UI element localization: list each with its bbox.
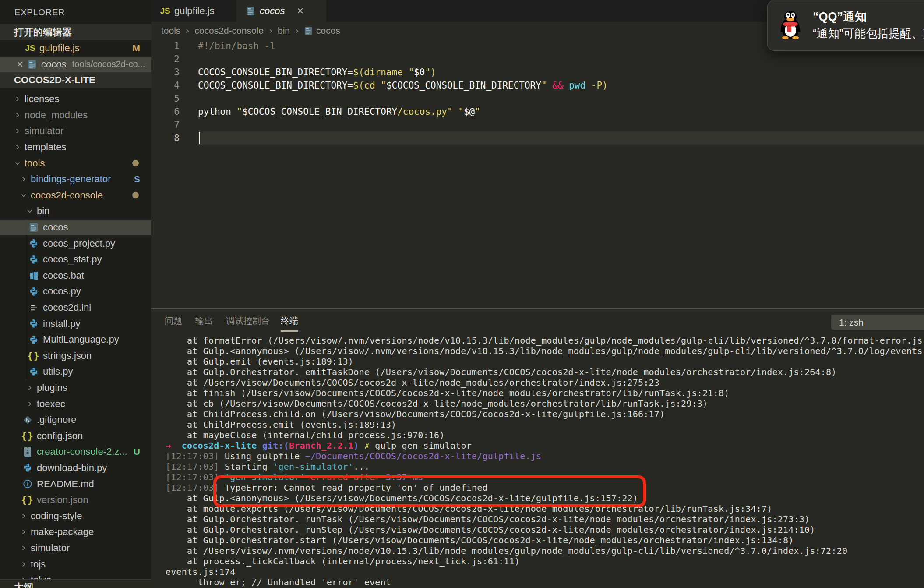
outline-section-header[interactable]: 大纲 [0,579,151,588]
tree-item-utils.py[interactable]: utils.py [0,364,151,380]
tree-item-config.json[interactable]: {}config.json [0,428,151,444]
chevron-right-icon [26,384,33,391]
breadcrumb-item[interactable]: cocos [316,25,340,36]
tree-item-tools[interactable]: tools [0,155,151,171]
tree-item-cocos2d-console[interactable]: cocos2d-console [0,188,151,204]
close-icon[interactable] [16,59,27,70]
tree-item-label: config.json [37,430,83,442]
tree-item-plugins[interactable]: plugins [0,380,151,396]
modified-dot-badge [132,160,139,166]
tab-gulpfile.js[interactable]: JSgulpfile.js [151,0,236,22]
tree-item-label: cocos [43,222,68,233]
chevron-right-icon [14,144,21,151]
line-number: 6 [151,105,180,118]
terminal-line: at Gulp.Orchestrator._emitTaskDone (/Use… [166,367,924,377]
panel-tab-终端[interactable]: 终端 [281,309,298,331]
tab-cocos[interactable]: cocos [236,0,326,22]
open-editor-item-gulpfile.js[interactable]: JSgulpfile.jsM [0,40,151,57]
terminal-line: at formatError (/Users/visow/.nvm/versio… [166,335,924,346]
file-icon [245,5,256,17]
tree-item-simulator[interactable]: simulator [0,123,151,139]
tree-item-cocos.py[interactable]: cocos.py [0,283,151,300]
tree-item-bindings-generator[interactable]: bindings-generatorS [0,171,151,188]
tree-item-cocos.bat[interactable]: cocos.bat [0,268,151,284]
tab-label: cocos [260,5,285,17]
tree-item-label: install.py [43,318,81,329]
terminal-line: at ChildProcess.child.on (/Users/visow/D… [166,409,924,419]
code-editor[interactable]: #!/bin/bash -lCOCOS_CONSOLE_BIN_DIRECTOR… [198,39,924,145]
line-number: 4 [151,79,180,92]
tree-item-coding-style[interactable]: coding-style [0,508,151,524]
notification-body: “通知”可能包括提醒、声音和图标标记。 [813,26,924,41]
tree-item-label: bindings-generator [31,174,111,185]
terminal-line: events.js:174 [166,567,924,577]
git-status-badge: M [133,43,141,53]
terminal-output[interactable]: at formatError (/Users/visow/.nvm/versio… [166,335,924,588]
project-section-header[interactable]: COCOS2D-X-LITE [0,72,151,88]
tree-item-simulator[interactable]: simulator [0,540,151,556]
line-number: 5 [151,92,180,105]
open-editor-label: gulpfile.js [39,43,80,54]
tree-item-cocos_project.py[interactable]: cocos_project.py [0,235,151,251]
open-editor-description: tools/cocos2d-co... [72,59,145,69]
tree-item-label: .gitignore [37,414,77,425]
file-icon [27,59,37,70]
chevron-right-icon [14,112,21,119]
tree-item-README.md[interactable]: README.md [0,476,151,492]
tree-item-label: plugins [37,382,67,393]
terminal-line: [12:17:03] Starting 'gen-simulator'... [166,461,924,472]
tree-item-install.py[interactable]: install.py [0,315,151,332]
open-editors-header[interactable]: 打开的编辑器 [0,24,151,40]
close-icon[interactable] [296,7,305,15]
breadcrumb[interactable]: toolscocos2d-consolebincocos [161,22,340,39]
windows-icon [29,270,39,281]
panel-tab-输出[interactable]: 输出 [195,309,213,331]
code-line [198,53,924,66]
tree-item-label: templates [25,142,66,153]
qq-notification[interactable]: “QQ”通知 “通知”可能包括提醒、声音和图标标记。 [767,0,924,51]
code-line: python "$COCOS_CONSOLE_BIN_DIRECTORY/coc… [198,105,924,118]
python-icon [29,254,39,265]
terminal-line: [12:17:03] Using gulpfile ~/Documents/CO… [166,451,924,461]
tree-item-download-bin.py[interactable]: download-bin.py [0,460,151,476]
panel-tab-问题[interactable]: 问题 [165,309,182,331]
breadcrumb-item[interactable]: tools [161,25,180,36]
info-icon [23,478,32,490]
tree-item-.gitignore[interactable]: .gitignore [0,412,151,428]
terminal-shell-select[interactable]: 1: zsh [831,315,924,330]
tree-item-MultiLanguage.py[interactable]: MultiLanguage.py [0,332,151,348]
line-number-gutter: 12345678 [151,39,180,145]
tree-item-creator-console-2.z...[interactable]: creator-console-2.z...U [0,444,151,460]
tree-item-label: simulator [25,125,63,137]
open-editor-item-cocos[interactable]: cocostools/cocos2d-co... [0,57,151,73]
tree-item-label: make-package [31,526,94,538]
tree-item-cocos_stat.py[interactable]: cocos_stat.py [0,251,151,268]
panel-tab-调试控制台[interactable]: 调试控制台 [226,309,270,331]
chevron-down-icon [4,77,11,84]
tab-label: gulpfile.js [174,5,215,17]
file-icon [304,26,313,35]
tree-item-tolua[interactable]: tolua [0,572,151,579]
tree-item-toexec[interactable]: toexec [0,396,151,412]
tree-item-label: tolua [31,574,52,579]
breadcrumb-item[interactable]: bin [278,25,290,36]
tree-item-strings.json[interactable]: {}strings.json [0,348,151,364]
tree-item-licenses[interactable]: licenses [0,91,151,107]
git-icon [23,414,32,425]
zip-icon [23,446,32,457]
open-editor-label: cocos [41,59,66,70]
tree-item-templates[interactable]: templates [0,139,151,156]
tree-item-node_modules[interactable]: node_modules [0,107,151,124]
tree-item-label: cocos.py [43,286,81,297]
terminal-line: at Gulp.emit (events.js:189:13) [166,356,924,367]
tree-item-version.json[interactable]: {}version.json [0,492,151,508]
tree-item-bin[interactable]: bin [0,203,151,220]
tree-item-tojs[interactable]: tojs [0,556,151,572]
breadcrumb-item[interactable]: cocos2d-console [194,25,264,36]
chevron-right-icon [268,28,274,34]
tree-item-cocos[interactable]: cocos [0,220,151,236]
tree-item-label: cocos.bat [43,270,84,281]
terminal-line: at Gulp.Orchestrator._runTask (/Users/vi… [166,514,924,524]
tree-item-cocos2d.ini[interactable]: cocos2d.ini [0,300,151,316]
tree-item-make-package[interactable]: make-package [0,524,151,540]
